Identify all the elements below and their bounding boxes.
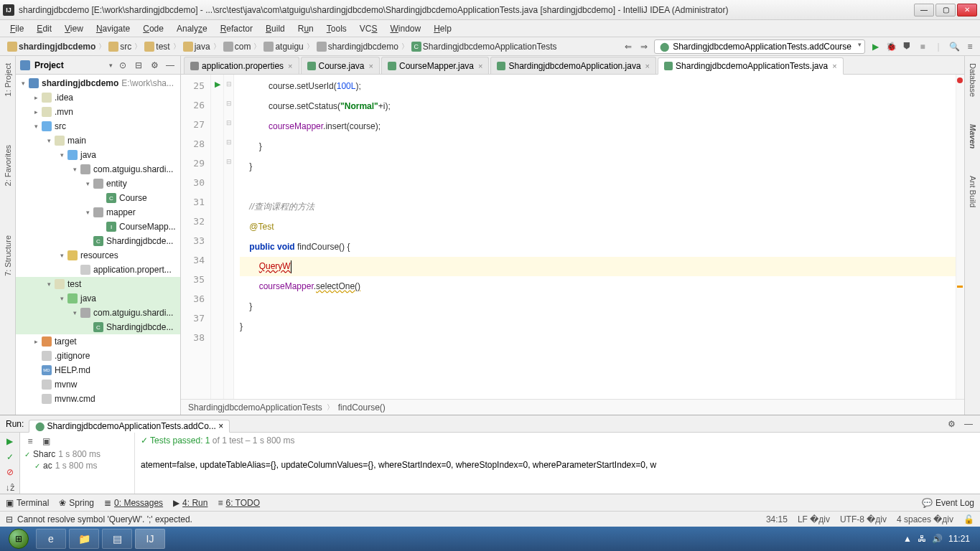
tree-mvn[interactable]: ▸.mvn <box>16 105 180 119</box>
crumb-java[interactable]: java <box>180 40 213 53</box>
close-icon[interactable]: × <box>288 62 292 70</box>
spring-button[interactable]: ❀ Spring <box>59 498 94 508</box>
toggle-fail-icon[interactable]: ⊘ <box>4 467 16 479</box>
crumb-atguigu[interactable]: atguigu <box>261 40 306 53</box>
start-button[interactable]: ⊞ <box>4 528 33 550</box>
run-gutter[interactable]: ▶ <box>211 75 224 399</box>
bc-method[interactable]: findCourse() <box>338 402 386 413</box>
tree-pkgt[interactable]: ▾com.atguigu.shardi... <box>16 306 180 320</box>
test-tree[interactable]: ≡▣ ✓Sharc 1 s 800 ms ✓ac 1 s 800 ms <box>20 433 135 494</box>
menu-refactor[interactable]: Refactor <box>215 22 258 35</box>
run-output[interactable]: ✓ Tests passed: 1 of 1 test – 1 s 800 ms… <box>135 433 980 494</box>
tab-maven[interactable]: Maven <box>967 121 979 151</box>
close-icon[interactable]: × <box>478 62 482 70</box>
taskbar-intellij[interactable]: IJ <box>135 529 165 549</box>
tab-database[interactable]: Database <box>967 60 979 100</box>
search-icon[interactable]: 🔍 <box>948 41 960 52</box>
tab-favorites[interactable]: 2: Favorites <box>2 142 14 189</box>
menu-navigate[interactable]: Navigate <box>90 22 136 35</box>
todo-button[interactable]: ≡ 6: TODO <box>218 498 260 508</box>
menu-file[interactable]: File <box>4 22 29 35</box>
run-tab[interactable]: ⬤ ShardingjdbcdemoApplicationTests.addCo… <box>29 420 230 433</box>
run-button[interactable]: ▶ <box>869 41 881 52</box>
menu-vcs[interactable]: VCS <box>354 22 383 35</box>
tree-coursemapper[interactable]: ICourseMapp... <box>16 220 180 234</box>
warn-marker[interactable] <box>957 286 963 288</box>
toggle-pass-icon[interactable]: ✓ <box>4 451 16 463</box>
debug-button[interactable]: 🐞 <box>885 41 897 52</box>
system-tray[interactable]: ▲ 🖧 🔊 11:21 <box>903 534 976 544</box>
lock-icon[interactable]: 🔓 <box>963 514 974 524</box>
taskbar-explorer[interactable]: 📁 <box>69 529 99 549</box>
settings-icon[interactable]: ≡ <box>964 41 976 52</box>
crumb-root[interactable]: shardingjdbcdemo <box>4 40 98 53</box>
tab-antbuild[interactable]: Ant Build <box>967 173 979 210</box>
tree-pkg[interactable]: ▾com.atguigu.shardi... <box>16 162 180 176</box>
menu-view[interactable]: View <box>59 22 89 35</box>
tree-javat[interactable]: ▾java <box>16 291 180 306</box>
tree-mapper[interactable]: ▾mapper <box>16 205 180 220</box>
eventlog-button[interactable]: 💬 Event Log <box>922 498 974 508</box>
terminal-button[interactable]: ▣ Terminal <box>6 498 49 508</box>
tree-appprop[interactable]: application.propert... <box>16 263 180 277</box>
line-ending[interactable]: LF �діv <box>798 514 830 524</box>
tree-shardingapp[interactable]: CShardingjdbcde... <box>16 234 180 248</box>
indent[interactable]: 4 spaces �діv <box>897 514 953 524</box>
tree-target[interactable]: ▸target <box>16 334 180 349</box>
tree-root[interactable]: ▾shardingjdbcdemoE:\work\sha... <box>16 76 180 90</box>
minimize-button[interactable]: — <box>914 4 934 17</box>
tree-test[interactable]: ▾test <box>16 277 180 291</box>
cursor-pos[interactable]: 34:15 <box>766 514 788 524</box>
tree-src[interactable]: ▾src <box>16 119 180 133</box>
tray-flag-icon[interactable]: ▲ <box>903 534 912 544</box>
tree-mvnw[interactable]: mvnw <box>16 377 180 392</box>
error-stripe[interactable] <box>956 75 964 399</box>
view-mode-dropdown[interactable]: ▾ <box>109 62 113 69</box>
collapse-icon[interactable]: ⊟ <box>133 60 144 71</box>
close-icon[interactable]: × <box>645 62 650 70</box>
tree-mvnwcmd[interactable]: mvnw.cmd <box>16 392 180 406</box>
menu-window[interactable]: Window <box>384 22 426 35</box>
nav-fwd-icon[interactable]: ⇒ <box>638 41 650 52</box>
menu-code[interactable]: Code <box>137 22 169 35</box>
tab-app[interactable]: ShardingjdbcdemoApplication.java× <box>490 57 656 74</box>
tray-net-icon[interactable]: 🖧 <box>918 534 926 544</box>
tray-clock[interactable]: 11:21 <box>948 534 970 544</box>
run-button-bottom[interactable]: ▶ 4: Run <box>173 498 207 508</box>
tree-resources[interactable]: ▾resources <box>16 248 180 263</box>
taskbar-ie[interactable]: e <box>36 529 66 549</box>
scroll-src-icon[interactable]: ⊙ <box>117 60 129 71</box>
crumb-com[interactable]: com <box>220 40 254 53</box>
close-icon[interactable]: × <box>369 62 373 70</box>
messages-button[interactable]: ≣ 0: Messages <box>104 498 163 508</box>
tab-project[interactable]: 1: Project <box>2 60 14 99</box>
run-hide-icon[interactable]: — <box>963 418 974 430</box>
crumb-test[interactable]: test <box>141 40 172 53</box>
tree-entity[interactable]: ▾entity <box>16 176 180 191</box>
tree-course[interactable]: CCourse <box>16 191 180 205</box>
menu-analyze[interactable]: Analyze <box>171 22 213 35</box>
close-icon[interactable]: × <box>832 62 836 70</box>
tray-vol-icon[interactable]: 🔊 <box>932 534 943 544</box>
menu-edit[interactable]: Edit <box>31 22 57 35</box>
menu-run[interactable]: Run <box>292 22 319 35</box>
crumb-class[interactable]: CShardingjdbcdemoApplicationTests <box>409 40 560 53</box>
tree-java[interactable]: ▾java <box>16 148 180 162</box>
run-config-dropdown[interactable]: ⬤ ShardingjdbcdemoApplicationTests.addCo… <box>654 39 865 54</box>
code-editor[interactable]: 25 26 27 28 29 30 31 32 33 34 35 36 37 3… <box>181 75 964 399</box>
bc-class[interactable]: ShardingjdbcdemoApplicationTests <box>188 402 322 413</box>
tree-idea[interactable]: ▸.idea <box>16 90 180 105</box>
hide-icon[interactable]: — <box>164 60 176 71</box>
maximize-button[interactable]: ▢ <box>935 4 956 17</box>
tab-structure[interactable]: 7: Structure <box>2 232 14 279</box>
tab-coursemapper[interactable]: CourseMapper.java× <box>381 57 490 74</box>
error-marker[interactable] <box>957 77 963 83</box>
crumb-pkg[interactable]: shardingjdbcdemo <box>314 40 401 53</box>
gear-icon[interactable]: ⚙ <box>149 60 160 71</box>
tree-tests[interactable]: CShardingjdbcde... <box>16 320 180 334</box>
close-icon[interactable]: × <box>218 421 223 431</box>
nav-back-icon[interactable]: ⇐ <box>622 41 634 52</box>
crumb-src[interactable]: src <box>106 40 134 53</box>
rerun-icon[interactable]: ▶ <box>4 435 16 447</box>
menu-build[interactable]: Build <box>260 22 291 35</box>
